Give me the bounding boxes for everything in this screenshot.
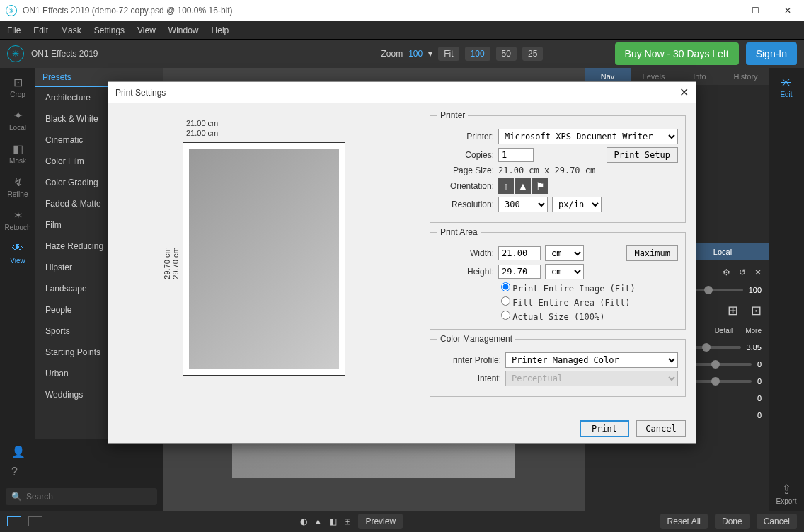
print-preview-area: 21.00 cm 21.00 cm 29.70 cm 29.70 cm <box>108 103 420 415</box>
tool-crop[interactable]: ⊡Crop <box>10 75 25 98</box>
window-close-button[interactable]: ✕ <box>771 0 804 21</box>
dim-height: 29.70 cm <box>163 247 171 279</box>
tool-local[interactable]: ✦Local <box>9 108 26 132</box>
tool-refine[interactable]: ↯Refine <box>8 175 28 198</box>
width-unit-select[interactable]: cm <box>545 245 584 261</box>
menu-view[interactable]: View <box>137 25 156 35</box>
preview-button[interactable]: Preview <box>358 514 403 529</box>
tab-history[interactable]: History <box>723 68 769 85</box>
buy-now-button[interactable]: Buy Now - 30 Days Left <box>615 42 739 65</box>
refine-icon: ↯ <box>11 175 25 189</box>
printarea-legend: Print Area <box>437 227 481 237</box>
menu-bar: File Edit Mask Settings View Window Help <box>0 21 804 40</box>
search-icon: 🔍 <box>11 492 22 502</box>
sign-in-button[interactable]: Sign-In <box>746 42 797 65</box>
height-input[interactable] <box>498 265 541 279</box>
dim-width: 21.00 cm <box>186 119 218 127</box>
printer-select[interactable]: Microsoft XPS Document Writer <box>498 129 678 144</box>
zoom-fit-button[interactable]: Fit <box>438 47 459 61</box>
menu-file[interactable]: File <box>7 25 21 35</box>
zoom-value[interactable]: 100 <box>408 49 423 59</box>
radio-actual[interactable]: Actual Size (100%) <box>501 311 678 322</box>
menu-edit[interactable]: Edit <box>33 25 48 35</box>
compare-icon[interactable]: ◧ <box>329 516 337 526</box>
account-icon[interactable]: 👤 <box>11 445 157 458</box>
dialog-cancel-button[interactable]: Cancel <box>636 420 686 437</box>
printarea-fieldset: Print Area Width: cm Maximum Height: cm … <box>430 227 686 330</box>
maximum-button[interactable]: Maximum <box>626 245 678 261</box>
resolution-label: Resolution: <box>437 200 494 209</box>
dialog-print-button[interactable]: Print <box>580 420 629 437</box>
close-panel-icon[interactable]: ✕ <box>754 267 762 277</box>
grid-icon[interactable]: ⊞ <box>344 516 351 526</box>
orientation-portrait-icon[interactable]: ↑ <box>498 178 514 194</box>
dialog-title: Print Settings <box>115 88 166 98</box>
dim-width2: 21.00 cm <box>186 129 218 137</box>
left-bottom-bar: 👤 ? 🔍 Search <box>0 439 163 511</box>
orientation-reverse-icon[interactable]: ⚑ <box>532 178 548 194</box>
dialog-close-button[interactable]: ✕ <box>679 86 689 99</box>
profile-select[interactable]: Printer Managed Color <box>505 352 678 368</box>
resolution-select[interactable]: 300 <box>498 197 548 212</box>
edit-tool[interactable]: ✳Edit <box>780 75 792 98</box>
page-size-label: Page Size: <box>437 166 494 175</box>
bottom-bar: ◐ ▲ ◧ ⊞ Preview Reset All Done Cancel <box>0 511 804 532</box>
mask-icon: ◧ <box>11 141 25 156</box>
page-size-value: 21.00 cm x 29.70 cm <box>498 166 595 175</box>
printer-label: Printer: <box>437 132 494 141</box>
profile-label: rinter Profile: <box>437 355 501 365</box>
menu-window[interactable]: Window <box>168 25 199 35</box>
menu-settings[interactable]: Settings <box>94 25 125 35</box>
printer-legend: Printer <box>437 110 468 120</box>
intent-label: Intent: <box>437 374 501 383</box>
orientation-landscape-icon[interactable]: ▲ <box>515 178 531 194</box>
copies-input[interactable] <box>498 148 534 162</box>
search-placeholder: Search <box>26 492 53 502</box>
resetall-button[interactable]: Reset All <box>660 514 708 529</box>
tool-retouch[interactable]: ✶Retouch <box>4 208 30 231</box>
menu-mask[interactable]: Mask <box>61 25 81 35</box>
edit-icon: ✳ <box>780 75 792 91</box>
tool-mask[interactable]: ◧Mask <box>9 141 26 165</box>
zoom-dropdown-icon[interactable]: ▾ <box>428 49 432 59</box>
color-fieldset: Color Management rinter Profile: Printer… <box>430 334 686 397</box>
detail-icon[interactable]: ⊞ <box>728 303 738 318</box>
height-unit-select[interactable]: cm <box>545 264 584 279</box>
tool-view[interactable]: 👁View <box>10 241 25 265</box>
print-setup-button[interactable]: Print Setup <box>607 147 678 163</box>
export-icon: ⇪ <box>776 482 797 497</box>
window-minimize-button[interactable]: ─ <box>706 0 739 21</box>
resolution-unit-select[interactable]: px/in <box>552 197 602 212</box>
view-mode-2[interactable] <box>28 516 42 526</box>
printer-fieldset: Printer Printer: Microsoft XPS Document … <box>430 110 686 223</box>
softproof-icon[interactable]: ◐ <box>300 516 307 526</box>
cancel-button[interactable]: Cancel <box>757 514 797 529</box>
help-icon[interactable]: ? <box>11 466 157 478</box>
color-legend: Color Management <box>437 334 515 344</box>
view-icon: 👁 <box>11 241 25 255</box>
radio-fit[interactable]: Print Entire Image (Fit) <box>501 282 678 294</box>
app-logo-icon: ✳ <box>6 5 17 16</box>
undo-icon[interactable]: ↺ <box>739 267 746 277</box>
intent-select: Perceptual <box>505 371 678 386</box>
window-titlebar: ✳ ON1 Effects 2019 (demo-72 copy.psd @ 1… <box>0 0 804 21</box>
more-label: More <box>745 327 762 335</box>
window-maximize-button[interactable]: ☐ <box>739 0 771 21</box>
print-page-image <box>189 149 339 369</box>
dim-height2: 29.70 cm <box>171 247 180 279</box>
print-settings-dialog: Print Settings ✕ 21.00 cm 21.00 cm 29.70… <box>108 81 696 444</box>
mask-preview-icon[interactable]: ▲ <box>314 516 323 526</box>
menu-help[interactable]: Help <box>212 25 229 35</box>
search-box[interactable]: 🔍 Search <box>6 488 157 505</box>
zoom-50-button[interactable]: 50 <box>496 47 517 61</box>
zoom-100-button[interactable]: 100 <box>465 47 490 61</box>
more-icon[interactable]: ⊡ <box>751 303 762 318</box>
gear-icon[interactable]: ⚙ <box>723 267 730 277</box>
radio-fill[interactable]: Fill Entire Area (Fill) <box>501 296 678 308</box>
export-tool[interactable]: ⇪Export <box>776 482 797 505</box>
detail-label: Detail <box>715 327 733 335</box>
done-button[interactable]: Done <box>715 514 750 529</box>
view-mode-1[interactable] <box>7 516 21 526</box>
zoom-25-button[interactable]: 25 <box>522 47 543 61</box>
width-input[interactable] <box>498 246 541 260</box>
